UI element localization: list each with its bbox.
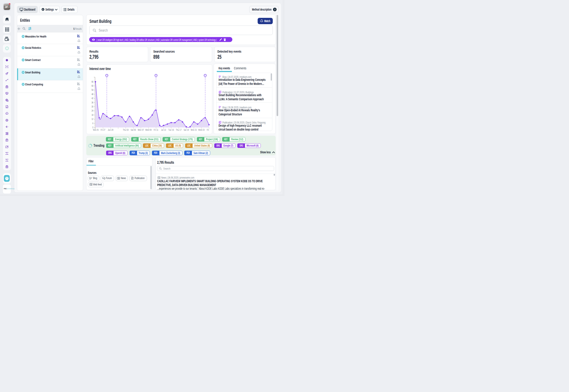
svg-text:Tue 15: Tue 15 xyxy=(168,128,174,131)
svg-text:18: 18 xyxy=(91,114,93,116)
svg-text:Mon 07: Mon 07 xyxy=(138,128,144,131)
svg-text:Mon 21: Mon 21 xyxy=(191,128,197,131)
svg-text:Fri: Fri xyxy=(207,128,209,131)
svg-text:66: 66 xyxy=(91,80,93,83)
svg-text:Jun 29: Jun 29 xyxy=(108,128,113,131)
svg-text:36: 36 xyxy=(91,101,93,104)
svg-text:6: 6 xyxy=(92,122,93,125)
svg-text:Fri 11: Fri 11 xyxy=(153,128,158,131)
svg-text:Fri 27: Fri 27 xyxy=(100,128,105,131)
svg-text:Sat 19: Sat 19 xyxy=(184,128,189,131)
svg-text:42: 42 xyxy=(91,97,93,100)
svg-text:48: 48 xyxy=(91,93,93,96)
svg-text:Wed 23: Wed 23 xyxy=(198,128,205,131)
svg-text:Thu 17: Thu 17 xyxy=(176,128,181,131)
svg-text:24: 24 xyxy=(91,110,93,112)
svg-text:12: 12 xyxy=(91,118,93,121)
svg-text:Thu 03: Thu 03 xyxy=(123,128,129,131)
svg-text:Jul 13: Jul 13 xyxy=(161,128,166,131)
svg-text:30: 30 xyxy=(91,105,93,108)
svg-text:Wed 25: Wed 25 xyxy=(92,128,98,131)
svg-text:Wed 09: Wed 09 xyxy=(145,128,152,131)
svg-text:60: 60 xyxy=(91,85,93,87)
svg-text:54: 54 xyxy=(91,89,93,91)
svg-text:Sat 05: Sat 05 xyxy=(130,128,136,131)
